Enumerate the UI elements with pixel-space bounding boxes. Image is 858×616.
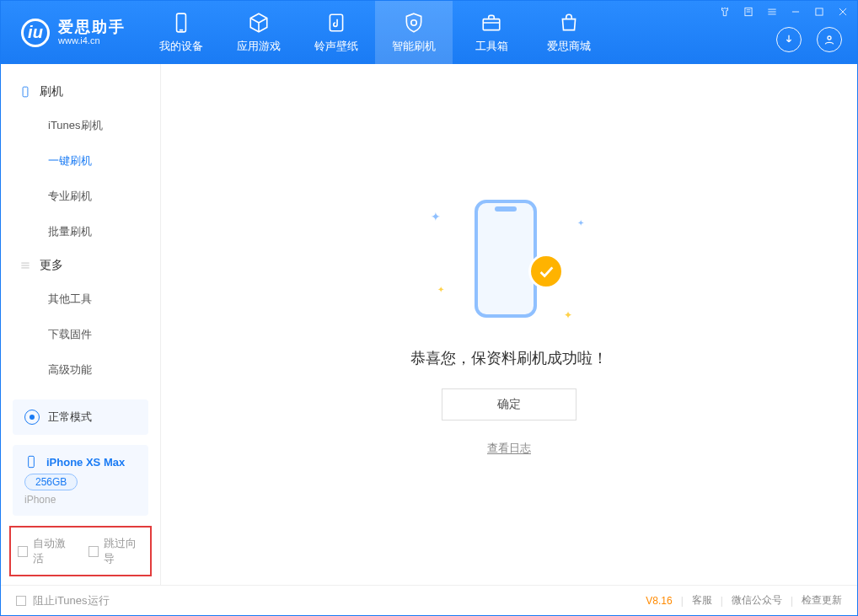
sidebar-item-itunes-flash[interactable]: iTunes刷机 [1,108,160,143]
app-window: iu 爱思助手 www.i4.cn 我的设备 应用游戏 铃声壁纸 智能刷机 [0,0,858,616]
success-check-icon [528,254,564,289]
section-flash: 刷机 [1,76,160,108]
download-icon[interactable] [776,27,802,52]
device-name: iPhone XS Max [46,456,125,469]
cube-icon [248,12,270,34]
svg-rect-3 [483,19,500,29]
svg-rect-11 [816,8,823,15]
tab-apps[interactable]: 应用游戏 [220,1,298,64]
device-small-icon [24,455,38,469]
version-label: V8.16 [646,595,672,607]
view-log-link[interactable]: 查看日志 [487,441,531,456]
sparkle-icon: ✦ [577,218,584,228]
music-file-icon [325,12,347,34]
svg-rect-0 [177,13,186,32]
mode-card[interactable]: 正常模式 [13,399,148,435]
statusbar: 阻止iTunes运行 V8.16 | 客服 | 微信公众号 | 检查更新 [1,585,857,615]
main-content: ✦ ✦ ✦ ✦ 恭喜您，保资料刷机成功啦！ 确定 查看日志 [161,64,857,585]
list-icon [19,260,31,271]
logo: iu 爱思助手 www.i4.cn [1,19,142,47]
note-icon[interactable] [743,6,754,18]
body: 刷机 iTunes刷机 一键刷机 专业刷机 批量刷机 更多 其他工具 下载固件 … [1,64,857,585]
main-tabs: 我的设备 应用游戏 铃声壁纸 智能刷机 工具箱 爱思商城 [142,1,608,64]
sidebar-item-advanced[interactable]: 高级功能 [1,352,160,388]
svg-rect-2 [330,14,342,31]
success-illustration: ✦ ✦ ✦ ✦ [437,193,581,328]
tab-smart-flash[interactable]: 智能刷机 [375,1,453,64]
maximize-icon[interactable] [813,6,825,18]
titlebar: iu 爱思助手 www.i4.cn 我的设备 应用游戏 铃声壁纸 智能刷机 [1,1,857,64]
window-controls [719,6,849,18]
sparkle-icon: ✦ [437,285,444,294]
sidebar-item-pro-flash[interactable]: 专业刷机 [1,179,160,214]
svg-rect-19 [29,456,35,467]
bag-icon [558,12,580,34]
device-capacity: 256GB [24,474,78,490]
tab-label: 爱思商城 [547,39,591,54]
toolbox-icon [480,12,502,34]
ok-button[interactable]: 确定 [442,388,576,420]
tab-label: 智能刷机 [392,39,436,54]
tab-ringtones[interactable]: 铃声壁纸 [298,1,375,64]
tab-label: 应用游戏 [237,39,281,54]
checkbox-icon [16,596,26,606]
phone-illustration-icon [475,200,537,318]
minimize-icon[interactable] [790,6,802,18]
success-message: 恭喜您，保资料刷机成功啦！ [410,348,608,368]
menu-icon[interactable] [766,6,778,18]
app-url: www.i4.cn [58,35,126,46]
mode-dot-icon [24,410,40,425]
checkbox-skip-guide[interactable]: 跳过向导 [88,536,144,566]
options-highlight: 自动激活 跳过向导 [9,526,152,576]
link-support[interactable]: 客服 [692,593,712,608]
link-wechat[interactable]: 微信公众号 [732,593,782,608]
tab-store[interactable]: 爱思商城 [530,1,608,64]
sidebar-item-oneclick-flash[interactable]: 一键刷机 [1,143,160,179]
sparkle-icon: ✦ [564,309,572,321]
checkbox-block-itunes[interactable]: 阻止iTunes运行 [16,593,110,608]
shirt-icon[interactable] [719,6,731,18]
sidebar: 刷机 iTunes刷机 一键刷机 专业刷机 批量刷机 更多 其他工具 下载固件 … [1,64,161,585]
sparkle-icon: ✦ [431,210,441,223]
svg-point-14 [828,36,831,40]
sidebar-item-batch-flash[interactable]: 批量刷机 [1,214,160,249]
tab-label: 工具箱 [475,39,508,54]
phone-icon [19,86,31,98]
logo-icon: iu [21,19,50,47]
device-icon [170,12,192,34]
svg-rect-15 [23,87,28,97]
user-icon[interactable] [817,27,842,52]
device-card[interactable]: iPhone XS Max 256GB iPhone [13,445,148,516]
tab-toolbox[interactable]: 工具箱 [453,1,530,64]
close-icon[interactable] [837,6,849,18]
device-type: iPhone [24,494,137,506]
header-right-icons [776,27,842,52]
tab-label: 我的设备 [159,39,203,54]
sidebar-item-other-tools[interactable]: 其他工具 [1,281,160,317]
checkbox-icon [18,546,28,557]
checkbox-icon [88,546,99,557]
link-check-update[interactable]: 检查更新 [802,593,842,608]
section-more: 更多 [1,249,160,281]
mode-label: 正常模式 [48,410,92,425]
tab-my-device[interactable]: 我的设备 [142,1,220,64]
shield-refresh-icon [403,12,425,34]
app-name: 爱思助手 [58,19,126,36]
tab-label: 铃声壁纸 [314,39,358,54]
sidebar-item-download-firmware[interactable]: 下载固件 [1,317,160,352]
checkbox-auto-activate[interactable]: 自动激活 [18,536,73,566]
